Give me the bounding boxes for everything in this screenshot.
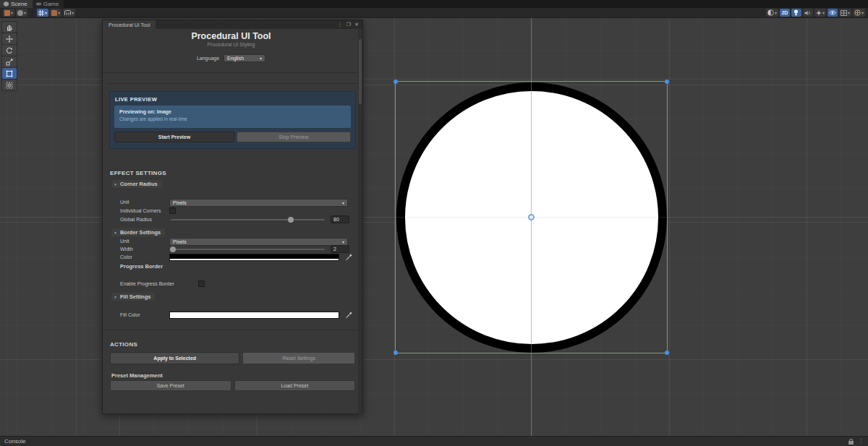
border-color-row: Color (103, 253, 359, 262)
foldout-arrow-icon: ▼ (114, 231, 117, 235)
eyedropper-icon[interactable] (345, 254, 352, 261)
language-label: Language (197, 56, 219, 61)
corner-radius-foldout[interactable]: ▼ Corner Radius (111, 180, 162, 188)
panel-maximize-icon[interactable]: ❐ (346, 22, 351, 27)
individual-corners-label: Individual Corners (120, 208, 161, 213)
tool-settings-dropdown[interactable]: ▾ (3, 9, 14, 17)
move-tool[interactable] (2, 33, 17, 44)
language-dropdown[interactable]: English ▾ (224, 54, 265, 62)
selection-handle-top-right[interactable] (665, 80, 669, 84)
border-width-slider[interactable] (171, 249, 325, 250)
load-preset-button[interactable]: Load Preset (234, 380, 356, 391)
previewing-on-text: Previewing on: Image (119, 109, 346, 114)
procedural-ui-tool-window: Procedural UI Tool ⋮ ❐ ✕ Procedural UI T… (102, 20, 363, 414)
rect-tool[interactable] (2, 68, 17, 79)
fill-color-row: Fill Color (103, 311, 359, 320)
divider (107, 83, 358, 84)
selection-handle-bottom-right[interactable] (665, 351, 669, 355)
effects-dropdown[interactable]: ▾ (814, 9, 826, 17)
border-color-field[interactable] (169, 254, 339, 261)
console-tab[interactable]: Console (4, 438, 25, 445)
effects-icon (816, 10, 822, 16)
border-unit-value: Pixels (173, 239, 187, 244)
live-preview-header: LIVE PREVIEW (115, 96, 157, 103)
window-tab-strip: Scene Game (0, 0, 868, 8)
reset-settings-button[interactable]: Reset Settings (242, 352, 355, 364)
start-preview-button[interactable]: Start Preview (114, 132, 234, 142)
selection-pivot[interactable] (528, 214, 535, 220)
scene-visibility-toggle[interactable] (827, 9, 838, 17)
2d-toggle[interactable]: 2D (780, 9, 790, 17)
snap-settings-icon (64, 10, 71, 15)
divider (103, 330, 362, 330)
panel-scrollbar[interactable] (358, 29, 362, 415)
shading-mode-dropdown[interactable]: ▾ (766, 9, 778, 17)
border-width-value-field[interactable]: 2 (331, 245, 349, 253)
tool-settings-icon (4, 10, 10, 16)
transform-tool[interactable] (2, 80, 17, 90)
snap-settings-dropdown[interactable]: ▾ (63, 9, 75, 17)
tab-game[interactable]: Game (33, 0, 64, 8)
panel-scrollbar-thumb[interactable] (359, 39, 362, 104)
grid-visibility-dropdown[interactable]: ▾ (839, 9, 851, 17)
lighting-toggle[interactable] (791, 9, 801, 17)
unit-label: Unit (120, 239, 129, 244)
lighting-icon (793, 9, 799, 16)
panel-tab-bar: Procedural UI Tool ⋮ ❐ ✕ (103, 20, 362, 29)
chevron-down-icon: ▾ (338, 200, 344, 205)
panel-subtitle: Procedural UI Styling (103, 42, 359, 47)
corner-unit-dropdown[interactable]: Pixels ▾ (169, 199, 348, 207)
corner-unit-value: Pixels (173, 200, 187, 205)
handle-rotation-dropdown[interactable]: ▾ (16, 9, 27, 17)
unity-editor: Scene Game ▾ ▾ ▾ ▾ ▾ ▾ (0, 0, 868, 446)
panel-tab[interactable]: Procedural UI Tool (103, 20, 156, 29)
live-preview-section: LIVE PREVIEW Previewing on: Image Change… (109, 91, 356, 149)
grid-snapping-icon (38, 10, 44, 16)
global-radius-row: Global Radius 80 (103, 215, 359, 224)
language-value: English (227, 56, 244, 61)
border-width-slider-thumb[interactable] (170, 246, 176, 252)
selection-handle-top-left[interactable] (393, 80, 398, 84)
global-radius-value-field[interactable]: 80 (331, 215, 349, 223)
audio-toggle[interactable] (803, 9, 813, 17)
stop-preview-button[interactable]: Stop Preview (237, 132, 351, 142)
fill-settings-label: Fill Settings (120, 293, 151, 300)
panel-close-icon[interactable]: ✕ (354, 22, 359, 27)
rotate-tool[interactable] (2, 45, 17, 56)
kebab-menu-icon[interactable]: ⋮ (858, 438, 864, 445)
tab-scene[interactable]: Scene (0, 0, 33, 8)
fill-color-label: Fill Color (120, 312, 140, 317)
global-radius-slider[interactable] (171, 219, 325, 220)
global-radius-slider-thumb[interactable] (288, 217, 294, 223)
lock-icon[interactable] (848, 439, 854, 445)
fill-settings-foldout[interactable]: ▼ Fill Settings (111, 293, 155, 301)
panel-menu-icon[interactable]: ⋮ (338, 22, 343, 27)
foldout-arrow-icon: ▼ (114, 295, 117, 299)
progress-border-label: Progress Border (120, 263, 163, 270)
border-settings-foldout[interactable]: ▼ Border Settings (111, 228, 165, 236)
selection-handle-bottom-left[interactable] (393, 351, 398, 355)
save-preset-button[interactable]: Save Preset (110, 380, 231, 391)
corner-radius-label: Corner Radius (120, 181, 158, 187)
panel-tab-label: Procedural UI Tool (109, 22, 150, 27)
fill-color-field[interactable] (169, 312, 339, 319)
gizmos-dropdown[interactable]: ▾ (853, 9, 865, 17)
individual-corners-row: Individual Corners (103, 207, 359, 215)
audio-icon (804, 10, 811, 16)
status-bar: Console ⋮ (0, 436, 868, 446)
scale-tool[interactable] (2, 56, 17, 67)
language-row: Language English ▾ (103, 53, 359, 62)
enable-progress-border-checkbox[interactable] (198, 280, 205, 287)
eyedropper-icon[interactable] (345, 312, 352, 319)
border-settings-label: Border Settings (120, 229, 161, 236)
hand-tool[interactable] (2, 22, 17, 33)
effect-settings-header: EFFECT SETTINGS (110, 170, 166, 176)
color-label: Color (120, 254, 132, 260)
individual-corners-checkbox[interactable] (169, 207, 176, 214)
width-label: Width (120, 246, 133, 252)
snap-increment-dropdown[interactable]: ▾ (50, 9, 61, 17)
grid-snapping-toggle-dropdown[interactable]: ▾ (37, 9, 48, 17)
scene-visibility-icon (829, 10, 836, 15)
enable-progress-border-row: Enable Progress Border (103, 280, 359, 288)
apply-to-selected-button[interactable]: Apply to Selected (110, 352, 239, 364)
